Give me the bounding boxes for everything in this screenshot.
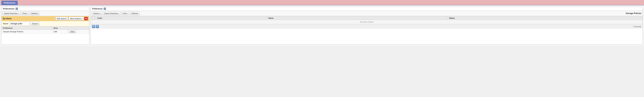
- left-panel-header: Preferences −: [2, 7, 89, 11]
- right-panel: Preference − Actions ▾ Saved Searches ▾ …: [90, 7, 643, 44]
- cell-view: View: [68, 30, 89, 34]
- left-data-table: Preference Area Sample Storage Policies …: [2, 26, 89, 34]
- edit-search-label: Edit Search: [57, 18, 66, 20]
- actions-label: Actions: [93, 12, 100, 14]
- print-dropdown-icon: ▾: [27, 13, 28, 14]
- add-row-button[interactable]: +: [92, 25, 95, 28]
- search-by-label: By Name: [3, 18, 12, 20]
- preferences-tab[interactable]: Preferences: [1, 1, 18, 5]
- more-actions-dropdown-icon: ▾: [82, 18, 82, 20]
- remove-row-button[interactable]: −: [96, 25, 99, 28]
- col-checkbox: [91, 16, 96, 20]
- right-data-table: Code Name Status No Items Found: [91, 16, 642, 24]
- col-code: Code: [96, 16, 267, 20]
- col-action: [68, 26, 89, 30]
- actions-button[interactable]: Actions ▾: [92, 12, 102, 15]
- name-label: Name: [3, 22, 8, 25]
- saved-searches-dropdown-icon: ▾: [18, 13, 19, 14]
- col-name: Name: [267, 16, 448, 20]
- more-actions-button[interactable]: More Actions ▾: [69, 17, 84, 20]
- cell-area: LAB: [52, 30, 67, 34]
- left-panel-title: Preferences: [3, 8, 14, 10]
- right-print-label: Print: [123, 12, 127, 14]
- refresh-label: Refresh: [31, 12, 38, 14]
- print-button[interactable]: Print ▾: [21, 12, 29, 15]
- storage-policies-title: Storage Policies: [626, 12, 642, 14]
- col-area: Area: [52, 26, 67, 30]
- right-print-button[interactable]: Print ▾: [121, 12, 130, 15]
- cell-preference: Sample Storage Policies: [2, 30, 52, 34]
- right-refresh-button[interactable]: Refresh: [130, 12, 140, 15]
- right-refresh-label: Refresh: [132, 12, 138, 14]
- top-tab-bar: Preferences: [0, 0, 644, 6]
- refresh-button[interactable]: Refresh: [30, 12, 40, 15]
- search-row-header: By Name Edit Search More Actions ▾ ✕: [2, 16, 89, 21]
- minus-icon: −: [97, 26, 98, 28]
- col-preference: Preference: [2, 26, 52, 30]
- collapse-icon: −: [16, 8, 17, 10]
- tab-label: Preferences: [4, 2, 16, 4]
- edit-search-button[interactable]: Edit Search: [56, 17, 68, 20]
- main-content: Preferences − Saved Searches ▾ Print ▾ R…: [0, 6, 644, 46]
- no-items-cell: No Items Found: [91, 20, 642, 24]
- search-input[interactable]: [9, 22, 30, 26]
- saved-searches-label: Saved Searches: [4, 12, 18, 14]
- close-icon: ✕: [85, 17, 87, 20]
- right-saved-searches-label: Saved Searches: [104, 12, 118, 14]
- right-print-dropdown-icon: ▾: [127, 13, 128, 14]
- records-count: 0 records: [633, 26, 641, 28]
- right-saved-searches-button[interactable]: Saved Searches ▾: [103, 12, 121, 15]
- search-button-label: Search: [32, 23, 38, 25]
- view-button[interactable]: View: [69, 30, 76, 33]
- right-saved-searches-dropdown-icon: ▾: [118, 13, 119, 14]
- actions-dropdown-icon: ▾: [100, 13, 100, 14]
- plus-icon: +: [93, 26, 94, 28]
- records-footer: + − 0 records: [91, 24, 642, 29]
- right-collapse-icon: −: [104, 8, 105, 10]
- more-actions-label: More Actions: [70, 18, 81, 20]
- search-input-row: Name Search: [2, 21, 89, 26]
- left-toolbar: Saved Searches ▾ Print ▾ Refresh: [2, 11, 89, 16]
- right-panel-header: Preference −: [91, 7, 642, 11]
- table-row: Sample Storage Policies LAB View: [2, 30, 89, 34]
- right-panel-collapse-btn[interactable]: −: [104, 8, 106, 10]
- select-all-checkbox[interactable]: [92, 17, 94, 19]
- print-label: Print: [23, 12, 26, 14]
- right-panel-title: Preference: [92, 8, 102, 10]
- left-panel-collapse-btn[interactable]: −: [16, 8, 18, 10]
- no-items-row: No Items Found: [91, 20, 642, 24]
- search-actions: Edit Search More Actions ▾ ✕: [56, 17, 88, 20]
- right-toolbar: Actions ▾ Saved Searches ▾ Print ▾ Refre…: [91, 11, 642, 16]
- search-close-button[interactable]: ✕: [84, 17, 88, 20]
- left-panel: Preferences − Saved Searches ▾ Print ▾ R…: [1, 7, 89, 44]
- search-area: By Name Edit Search More Actions ▾ ✕ Nam…: [2, 16, 89, 26]
- col-status: Status: [448, 16, 642, 20]
- saved-searches-button[interactable]: Saved Searches ▾: [2, 12, 20, 15]
- search-button[interactable]: Search: [30, 22, 40, 26]
